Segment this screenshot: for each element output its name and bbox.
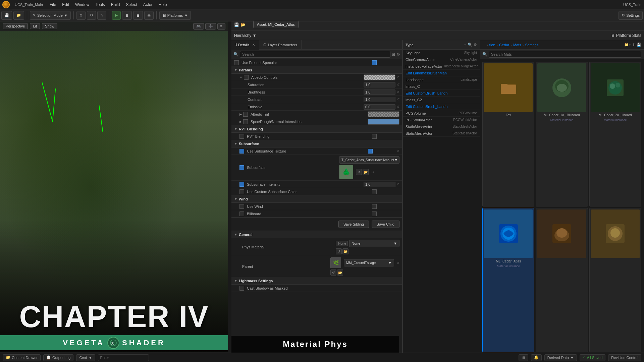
- subsurface-reset-icon[interactable]: ↺: [356, 169, 362, 175]
- subsurface-tex-value[interactable]: [368, 149, 373, 154]
- cmd-input[interactable]: [98, 354, 149, 361]
- content-search-input[interactable]: [489, 51, 641, 58]
- output-log-button[interactable]: 📋 Output Log: [43, 354, 73, 361]
- rvt-blend-checkbox[interactable]: [239, 134, 244, 139]
- albedo-swatch[interactable]: [364, 74, 395, 80]
- parent-browse-icon[interactable]: 📂: [337, 269, 343, 276]
- wind-value[interactable]: [372, 204, 377, 209]
- platform-stats-button[interactable]: 🖥 Platform Stats: [611, 33, 641, 38]
- outliner-pcgworld[interactable]: PCGWorldActor PCGWorldActor: [403, 117, 480, 123]
- grid-icon[interactable]: ⊞: [392, 52, 395, 57]
- menu-window[interactable]: Window: [72, 1, 92, 8]
- phys-dropdown[interactable]: None ▼: [349, 240, 399, 247]
- platform-status-button[interactable]: 🖥: [519, 354, 528, 361]
- breadcrumb-settings[interactable]: Settings: [525, 43, 538, 47]
- parent-dropdown[interactable]: MM_GroundFoliage ▼: [344, 259, 394, 266]
- asset-cedar-2a[interactable]: ML Cedar_2a_ llboard Material Instance: [589, 62, 641, 206]
- subsurface-asset-checkbox[interactable]: [239, 165, 244, 170]
- show-button[interactable]: Show: [42, 23, 57, 29]
- add-icon[interactable]: +: [464, 43, 466, 47]
- save-child-button[interactable]: Save Child: [372, 221, 399, 228]
- brightness-reset[interactable]: ↺: [397, 90, 399, 94]
- custom-color-checkbox[interactable]: [239, 189, 244, 194]
- fresnel-value-checkbox[interactable]: [372, 60, 377, 65]
- parent-thumbnail[interactable]: 🌿: [330, 257, 341, 268]
- outliner-lmassc2[interactable]: lmass_C2: [403, 97, 480, 103]
- outliner-cinecamera[interactable]: CineCameraActor CineCameraActor: [403, 56, 480, 63]
- asset-tex-folder[interactable]: Tex: [482, 62, 534, 206]
- section-params[interactable]: Params: [231, 66, 402, 74]
- albedo-reset[interactable]: ↺: [397, 75, 399, 79]
- import-icon[interactable]: ⬆: [632, 43, 635, 47]
- subsurface-thumbnail[interactable]: 🌲: [339, 165, 353, 179]
- contrast-reset[interactable]: ↺: [397, 98, 399, 101]
- fresnel-checkbox[interactable]: [234, 60, 239, 65]
- perspective-button[interactable]: Perspective: [3, 23, 28, 29]
- all-saved-button[interactable]: ✓ All Saved: [580, 354, 605, 361]
- billboard-value[interactable]: [372, 212, 377, 216]
- notifications-button[interactable]: 🔔: [531, 354, 542, 361]
- gear-icon-2[interactable]: ⚙: [396, 52, 400, 57]
- asset-cedar-1a[interactable]: ML Cedar_1a_ Billboard Material Instance: [536, 62, 588, 206]
- subsurface-row-reset[interactable]: ↺: [371, 170, 374, 174]
- tint-swatch[interactable]: [368, 111, 399, 117]
- cast-shadow-checkbox[interactable]: [239, 286, 244, 291]
- parent-reset-icon[interactable]: ↺: [330, 269, 336, 276]
- outliner-custombrush2[interactable]: Edit CustomBrush_Landn: [403, 103, 480, 110]
- rotate-button[interactable]: ↻: [87, 11, 96, 20]
- pause-button[interactable]: ⏸: [122, 11, 132, 20]
- intensity-input[interactable]: [364, 182, 395, 187]
- outliner-lmassc[interactable]: lmass_C: [403, 83, 480, 90]
- outliner-settings-icon[interactable]: ⚙: [474, 43, 477, 47]
- menu-edit[interactable]: Edit: [59, 1, 72, 8]
- editor-save-btn[interactable]: 💾: [234, 22, 239, 27]
- vp-icon-3[interactable]: ≡: [217, 23, 225, 29]
- menu-select[interactable]: Select: [123, 1, 140, 8]
- tab-details[interactable]: ℹ Details ✕: [231, 40, 259, 50]
- subsurface-browse-icon[interactable]: 📂: [363, 169, 369, 175]
- cmd-button[interactable]: Cmd ▼: [76, 354, 95, 361]
- play-button[interactable]: ▶: [112, 11, 121, 20]
- transform-button[interactable]: ⊕: [76, 11, 86, 20]
- save-all-icon[interactable]: 💾: [637, 43, 641, 47]
- outliner-landmass[interactable]: Edit LandmassBrushMan: [403, 70, 480, 76]
- section-general[interactable]: General: [231, 231, 402, 238]
- platforms-button[interactable]: 🖥 Platforms ▼: [159, 11, 191, 20]
- derived-data-button[interactable]: Derived Data ▼: [544, 354, 577, 361]
- breadcrumb-mats[interactable]: Mats: [513, 43, 521, 47]
- scale-button[interactable]: ⤡: [97, 11, 106, 20]
- emissive-input[interactable]: [364, 104, 395, 110]
- tab-layer-params[interactable]: ⬡ Layer Parameters: [259, 40, 302, 50]
- hierarchy-dropdown[interactable]: Hierarchy ▼: [234, 33, 257, 38]
- tint-checkbox[interactable]: [243, 112, 248, 117]
- breadcrumb-cedar[interactable]: Cedar: [499, 43, 509, 47]
- search-icon-outliner[interactable]: 🔍: [468, 43, 472, 47]
- eject-button[interactable]: ⏏: [144, 11, 154, 20]
- phys-browse-icon[interactable]: 📂: [342, 248, 348, 254]
- phys-reset-icon[interactable]: ↺: [336, 248, 342, 254]
- subsurface-tex-reset[interactable]: ↺: [397, 149, 399, 153]
- content-browser-button[interactable]: 📁: [13, 11, 24, 20]
- emissive-reset[interactable]: ↺: [397, 105, 399, 109]
- section-lightmass[interactable]: Lightmass Settings: [231, 277, 402, 285]
- outliner-foliage[interactable]: InstancedFoliageActor InstancedFoliageAc…: [403, 63, 480, 70]
- spec-swatch[interactable]: [368, 119, 399, 125]
- subsurface-asset-dropdown[interactable]: T_Cedar_Atlas_SubsurfaceAmount ▼: [339, 156, 399, 164]
- outliner-pcgvolume[interactable]: PCGVolume PCGVolume: [403, 110, 480, 117]
- subsurface-tex-checkbox[interactable]: [239, 149, 244, 154]
- menu-build[interactable]: Build: [108, 1, 123, 8]
- parent-reset[interactable]: ↺: [397, 261, 399, 265]
- details-close-icon[interactable]: ✕: [252, 43, 255, 47]
- lit-button[interactable]: Lit: [30, 23, 40, 29]
- section-rvt[interactable]: RVT Blending: [231, 125, 402, 133]
- brightness-input[interactable]: [364, 89, 395, 95]
- outliner-staticmesh2[interactable]: StaticMeshActor StaticMeshActor: [403, 130, 480, 137]
- selection-mode-button[interactable]: ↖ Selection Mode ▼: [30, 11, 71, 20]
- outliner-custombrush1[interactable]: Edit CustomBrush_Landn: [403, 90, 480, 97]
- saturation-input[interactable]: [364, 82, 395, 87]
- editor-browse-btn[interactable]: 📂: [240, 22, 246, 27]
- outliner-staticmesh1[interactable]: StaticMeshActor StaticMeshActor: [403, 123, 480, 130]
- vp-icon-1[interactable]: 🎮: [193, 23, 204, 29]
- vp-icon-2[interactable]: ➕: [205, 23, 216, 29]
- spec-checkbox[interactable]: [243, 119, 248, 124]
